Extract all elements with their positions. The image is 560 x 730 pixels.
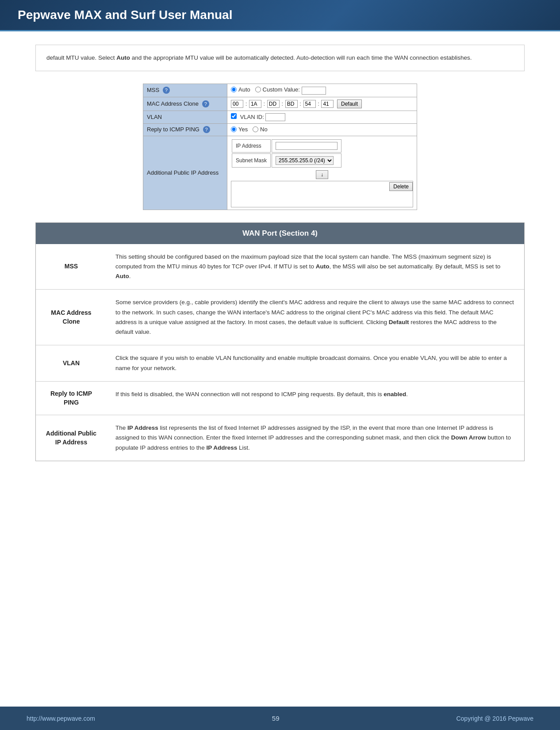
settings-label-mss: MSS ? (143, 84, 227, 97)
settings-value-ipaddr: IP Address Subnet Mask 255.255.255.0 (/2… (227, 136, 417, 210)
icmp-yes-label[interactable]: Yes (231, 126, 248, 133)
icmp-no-label[interactable]: No (253, 126, 268, 133)
ip-address-input[interactable] (276, 142, 338, 150)
wan-term-vlan: VLAN (36, 345, 107, 382)
wan-row-icmp: Reply to ICMP PING If this field is disa… (36, 381, 524, 415)
wan-term-mss: MSS (36, 244, 107, 290)
mac-octet1[interactable] (231, 100, 243, 108)
wan-desc-ipaddr: The IP Address list represents the list … (107, 415, 524, 461)
mss-custom-label[interactable]: Custom Value: (255, 86, 300, 93)
main-content: default MTU value. Select Auto and the a… (0, 31, 560, 707)
settings-row-icmp: Reply to ICMP PING ? Yes No (143, 123, 417, 136)
settings-value-mss: Auto Custom Value: (227, 84, 417, 97)
mss-custom-radio[interactable] (255, 87, 261, 92)
wan-desc-vlan: Click the square if you wish to enable V… (107, 345, 524, 382)
help-icon-mac[interactable]: ? (202, 100, 209, 107)
icmp-yes-radio[interactable] (231, 126, 237, 132)
settings-label-mac: MAC Address Clone ? (143, 97, 227, 111)
mac-default-button[interactable]: Default (337, 99, 362, 108)
subnet-mask-select[interactable]: 255.255.255.0 (/24) (276, 156, 334, 165)
wan-row-mac: MAC Address Clone Some service providers… (36, 290, 524, 345)
settings-row-ipaddr: Additional Public IP Address IP Address … (143, 136, 417, 210)
help-icon-mss[interactable]: ? (163, 87, 170, 94)
mac-octet2[interactable] (249, 100, 261, 108)
page-footer: http://www.pepwave.com 59 Copyright @ 20… (0, 707, 560, 730)
wan-section-header: WAN Port (Section 4) (36, 223, 524, 244)
ip-list-area: Delete (231, 181, 413, 207)
wan-term-mac: MAC Address Clone (36, 290, 107, 345)
wan-desc-mss: This setting should be configured based … (107, 244, 524, 290)
mss-auto-radio[interactable] (231, 87, 237, 92)
settings-value-mac: : : : : : Default (227, 97, 417, 111)
settings-widget: MSS ? Auto Custom Value: (143, 84, 417, 210)
footer-page-number: 59 (272, 715, 280, 722)
mac-octet6[interactable] (321, 100, 334, 108)
down-arrow-button[interactable]: ↓ (316, 170, 328, 179)
mac-octet4[interactable] (285, 100, 298, 108)
wan-row-mss: MSS This setting should be configured ba… (36, 244, 524, 290)
settings-label-ipaddr: Additional Public IP Address (143, 136, 227, 210)
wan-table: MSS This setting should be configured ba… (36, 244, 524, 461)
wan-section: WAN Port (Section 4) MSS This setting sh… (35, 222, 525, 461)
mac-octet3[interactable] (267, 100, 280, 108)
vlan-checkbox[interactable] (231, 113, 237, 119)
settings-label-icmp: Reply to ICMP PING ? (143, 123, 227, 136)
settings-row-vlan: VLAN VLAN ID: (143, 111, 417, 123)
wan-term-icmp: Reply to ICMP PING (36, 381, 107, 415)
footer-url: http://www.pepwave.com (27, 715, 95, 722)
delete-button[interactable]: Delete (389, 182, 413, 191)
page-title: Pepwave MAX and Surf User Manual (18, 8, 542, 22)
note-text: default MTU value. Select Auto and the a… (46, 54, 472, 61)
settings-row-mac: MAC Address Clone ? : : : : : Default (143, 97, 417, 111)
wan-desc-icmp: If this field is disabled, the WAN conne… (107, 381, 524, 415)
wan-row-ipaddr: Additional Public IP Address The IP Addr… (36, 415, 524, 461)
mss-auto-label[interactable]: Auto (231, 86, 250, 93)
mac-octet5[interactable] (303, 100, 316, 108)
settings-label-vlan: VLAN (143, 111, 227, 123)
help-icon-icmp[interactable]: ? (203, 126, 210, 133)
footer-copyright: Copyright @ 2016 Pepwave (456, 715, 533, 722)
icmp-no-radio[interactable] (253, 126, 258, 132)
vlan-id-input[interactable] (265, 113, 285, 121)
note-box: default MTU value. Select Auto and the a… (35, 45, 525, 71)
settings-value-vlan: VLAN ID: (227, 111, 417, 123)
page-header: Pepwave MAX and Surf User Manual (0, 0, 560, 31)
wan-row-vlan: VLAN Click the square if you wish to ena… (36, 345, 524, 382)
settings-row-mss: MSS ? Auto Custom Value: (143, 84, 417, 97)
ip-entry-table: IP Address Subnet Mask 255.255.255.0 (/2… (231, 138, 342, 168)
wan-term-ipaddr: Additional Public IP Address (36, 415, 107, 461)
wan-desc-mac: Some service providers (e.g., cable prov… (107, 290, 524, 345)
settings-value-icmp: Yes No (227, 123, 417, 136)
mss-custom-input[interactable] (302, 87, 326, 95)
